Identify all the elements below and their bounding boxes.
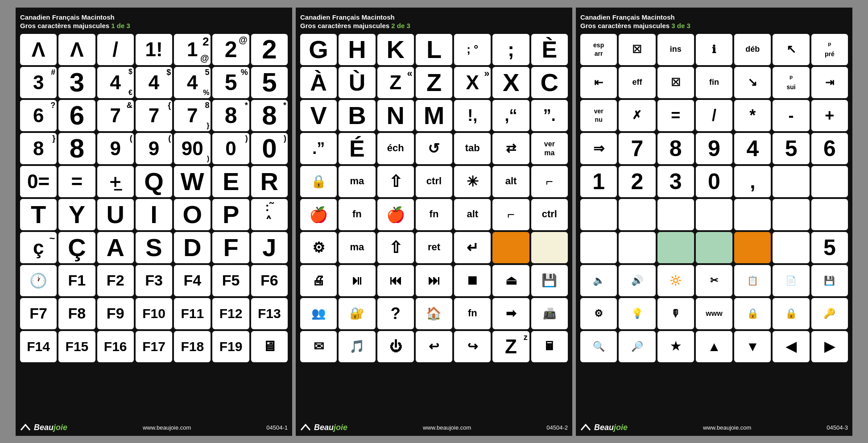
key-F5[interactable]: F5 [212,265,249,296]
key-arrow-left[interactable]: ◀ [773,331,809,362]
key-F9[interactable]: F9 [97,298,134,329]
key-8big[interactable]: 8 [58,133,95,164]
key-dot-gt[interactable]: ”. [531,100,568,131]
key-3big[interactable]: 3 [58,67,95,98]
key-E-acute[interactable]: É [339,133,375,164]
key-F19[interactable]: F19 [212,331,249,362]
key-Q[interactable]: Q [136,166,172,197]
key-num9[interactable]: 9 [696,133,732,164]
key-arrow-right[interactable]: ⇒ [580,133,617,164]
key-comma-num[interactable]: , [734,166,771,197]
key-U-grave[interactable]: Ù [339,67,375,98]
key-undo3[interactable]: ↪ [454,331,491,362]
key-delete-x[interactable]: ☒ [619,34,655,65]
key-F4[interactable]: F4 [174,265,211,296]
key-U[interactable]: U [97,199,134,230]
key-cedilla[interactable]: ç~ [20,232,57,263]
key-90paren[interactable]: 90) [174,133,211,164]
key-fin[interactable]: fin [696,67,732,98]
key-eq[interactable]: = [58,166,95,197]
key-stop[interactable]: ⏹ [454,265,491,296]
key-T[interactable]: T [20,199,57,230]
key-F8[interactable]: F8 [58,298,95,329]
key-rewind[interactable]: ⏮ [377,265,414,296]
key-N[interactable]: N [377,100,414,131]
key-undo[interactable]: ↺ [416,133,452,164]
key-F14[interactable]: F14 [20,331,57,362]
key-num5[interactable]: 5 [773,133,809,164]
key-C-cedilla[interactable]: Ç [58,232,95,263]
key-F13[interactable]: F13 [251,298,288,329]
key-Z[interactable]: Z [416,67,452,98]
key-5pct[interactable]: 5% [212,67,249,98]
key-fax[interactable]: 📠 [531,298,568,329]
key-6q[interactable]: 6? [20,100,57,131]
key-apple2[interactable]: 🍎 [377,199,414,230]
key-D[interactable]: D [174,232,211,263]
key-bulb[interactable]: 💡 [619,298,655,329]
key-L[interactable]: L [416,34,452,65]
key-plus[interactable]: + [811,100,848,131]
key-S[interactable]: S [136,232,172,263]
key-arrow-right-tab[interactable]: ⇥ [811,67,848,98]
key-ctrl2[interactable]: ctrl [531,199,568,230]
key-ver-nu[interactable]: vernu [580,100,617,131]
key-E-grave[interactable]: È [531,34,568,65]
key-semicolon[interactable]: ; [492,34,529,65]
key-arrow-up[interactable]: ▲ [696,331,732,362]
key-num1[interactable]: 1 [580,166,617,197]
key-alt[interactable]: alt [492,166,529,197]
key-slash[interactable]: / [97,34,134,65]
key-2big[interactable]: 2 [251,34,288,65]
key-ma[interactable]: ma [339,166,375,197]
key-p-pre[interactable]: ppré [811,34,848,65]
key-printer[interactable]: 🖨 [300,265,337,296]
key-plus-eq[interactable]: +̲ [97,166,134,197]
key-tab[interactable]: tab [454,133,491,164]
key-num2[interactable]: 2 [619,166,655,197]
key-num6[interactable]: 6 [811,133,848,164]
key-tilde-dash[interactable]: ⌐ [531,166,568,197]
key-arrow-down[interactable]: ▼ [734,331,771,362]
key-arrow-right2[interactable]: ▶ [811,331,848,362]
key-lock-A[interactable]: 🔒 [773,298,809,329]
key-I[interactable]: I [136,199,172,230]
key-num4[interactable]: 4 [734,133,771,164]
key-F12[interactable]: F12 [212,298,249,329]
key-save[interactable]: 💾 [531,265,568,296]
key-H[interactable]: H [339,34,375,65]
key-F[interactable]: F [212,232,249,263]
key-E[interactable]: E [212,166,249,197]
key-orange1[interactable] [492,232,529,263]
key-ech[interactable]: éch [377,133,414,164]
key-W[interactable]: W [174,166,211,197]
key-F1[interactable]: F1 [58,265,95,296]
key-12at[interactable]: 12@ [174,34,211,65]
key-comma-quote[interactable]: ,“ [492,100,529,131]
key-www[interactable]: www [696,298,732,329]
key-8brace2[interactable]: 8} [20,133,57,164]
key-Z-super[interactable]: Zz [492,331,529,362]
key-fn[interactable]: fn [339,199,375,230]
key-semicolon-degree[interactable]: ; ° [454,34,491,65]
key-lock1[interactable]: 🔒 [734,298,771,329]
key-esp-arr[interactable]: esparr [580,34,617,65]
key-K[interactable]: K [377,34,414,65]
key-6big[interactable]: 6 [58,100,95,131]
key-minus[interactable]: - [773,100,809,131]
key-F18[interactable]: F18 [174,331,211,362]
key-settings2[interactable]: ⚙ [580,298,617,329]
key-F2[interactable]: F2 [97,265,134,296]
key-8star[interactable]: 8* [212,100,249,131]
key-calc[interactable]: 🖩 [531,331,568,362]
key-0eq[interactable]: 0= [20,166,57,197]
key-shift-up2[interactable]: ⇧ [377,232,414,263]
key-shift-up[interactable]: ⇧ [377,166,414,197]
key-brightness[interactable]: 🔆 [657,265,694,296]
key-music[interactable]: 🎵 [339,331,375,362]
key-F15[interactable]: F15 [58,331,95,362]
key-2at[interactable]: 2@ [212,34,249,65]
key-equals[interactable]: = [657,100,694,131]
key-5-color[interactable]: 5 [811,232,848,263]
key-F6[interactable]: F6 [251,265,288,296]
